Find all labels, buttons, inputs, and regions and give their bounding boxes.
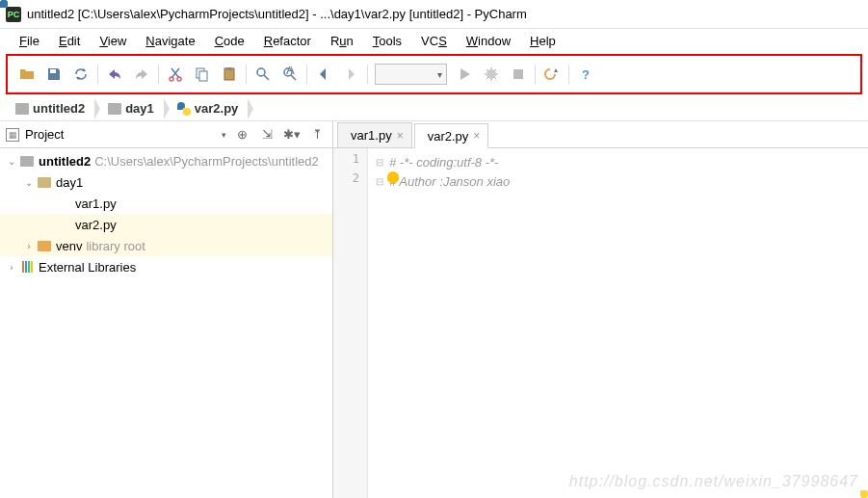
tree-label: day1 bbox=[56, 175, 83, 190]
save-all-icon[interactable] bbox=[40, 61, 67, 88]
editor-tabs: var1.py × var2.py × bbox=[333, 121, 868, 148]
toolbar: A ? bbox=[10, 58, 858, 91]
expand-toggle-icon[interactable]: › bbox=[4, 262, 19, 273]
tree-label: External Libraries bbox=[39, 260, 136, 275]
code-area[interactable]: 1 2 ⊟# -*- coding:utf-8 -*- ⊟# Author :J… bbox=[333, 148, 868, 498]
hide-panel-icon[interactable]: ⤒ bbox=[307, 125, 327, 144]
find-in-path-icon[interactable]: A bbox=[276, 61, 303, 88]
tree-external-libraries[interactable]: › External Libraries bbox=[0, 256, 332, 277]
tree-label: venv bbox=[56, 239, 82, 253]
menu-file[interactable]: File bbox=[10, 32, 49, 50]
tree-file-var2[interactable]: var2.py bbox=[0, 214, 332, 235]
project-sidebar: ▦ Project ▾ ⊕ ⇲ ✱▾ ⤒ ⌄ untitled2 C:\User… bbox=[0, 121, 333, 498]
menu-view[interactable]: View bbox=[90, 32, 136, 50]
expand-toggle-icon[interactable]: › bbox=[21, 241, 37, 251]
paste-icon[interactable] bbox=[216, 61, 243, 88]
python-file-icon bbox=[177, 102, 191, 116]
copy-icon[interactable] bbox=[189, 61, 216, 88]
tree-root[interactable]: ⌄ untitled2 C:\Users\alex\PycharmProject… bbox=[0, 150, 332, 171]
editor-area: var1.py × var2.py × 1 2 ⊟# -*- coding:ut… bbox=[333, 121, 868, 498]
stop-icon[interactable] bbox=[505, 61, 532, 88]
code-content[interactable]: ⊟# -*- coding:utf-8 -*- ⊟# Author :Janso… bbox=[368, 148, 868, 498]
expand-toggle-icon[interactable]: ⌄ bbox=[21, 177, 37, 188]
svg-rect-11 bbox=[513, 69, 523, 79]
breadcrumb: untitled2 day1 var2.py bbox=[0, 96, 868, 121]
run-config-dropdown[interactable] bbox=[375, 64, 447, 85]
svg-rect-6 bbox=[226, 67, 232, 70]
crumb-label: var2.py bbox=[195, 101, 239, 116]
menubar: File Edit View Navigate Code Refactor Ru… bbox=[0, 29, 868, 52]
crumb-label: day1 bbox=[125, 101, 154, 116]
settings-gear-icon[interactable]: ✱▾ bbox=[282, 125, 302, 144]
folder-icon bbox=[20, 156, 34, 167]
folder-icon bbox=[38, 241, 51, 251]
tree-note: library root bbox=[86, 239, 145, 253]
scroll-to-source-icon[interactable]: ⊕ bbox=[232, 125, 251, 144]
titlebar: PC untitled2 [C:\Users\alex\PycharmProje… bbox=[0, 0, 868, 29]
intention-bulb-icon[interactable] bbox=[387, 171, 399, 183]
tree-label: var1.py bbox=[75, 197, 117, 211]
code-text: # -*- coding:utf-8 -*- bbox=[389, 155, 498, 170]
close-icon[interactable]: × bbox=[473, 129, 480, 143]
svg-point-1 bbox=[170, 77, 173, 81]
svg-rect-4 bbox=[199, 71, 207, 81]
menu-refactor[interactable]: Refactor bbox=[254, 32, 321, 50]
project-view-icon[interactable]: ▦ bbox=[6, 128, 19, 142]
redo-icon[interactable] bbox=[128, 61, 155, 88]
menu-navigate[interactable]: Navigate bbox=[136, 32, 204, 50]
sync-icon[interactable] bbox=[67, 61, 94, 88]
close-icon[interactable]: × bbox=[397, 129, 404, 143]
watermark: http://blog.csdn.net/weixin_37998647 bbox=[569, 473, 858, 490]
menu-vcs[interactable]: VCS bbox=[411, 32, 457, 50]
svg-text:A: A bbox=[286, 66, 295, 77]
tab-label: var2.py bbox=[428, 129, 469, 144]
menu-help[interactable]: Help bbox=[520, 32, 566, 50]
cut-icon[interactable] bbox=[162, 61, 189, 88]
svg-point-7 bbox=[257, 68, 265, 76]
project-view-dropdown-icon[interactable]: ▾ bbox=[222, 130, 226, 140]
tree-file-var1[interactable]: var1.py bbox=[0, 193, 332, 214]
tree-folder-day1[interactable]: ⌄ day1 bbox=[0, 171, 332, 193]
open-icon[interactable] bbox=[13, 61, 40, 88]
menu-run[interactable]: Run bbox=[321, 32, 363, 50]
tab-var2[interactable]: var2.py × bbox=[414, 123, 489, 148]
breadcrumb-day1[interactable]: day1 bbox=[102, 98, 164, 119]
project-panel-title[interactable]: Project bbox=[25, 127, 216, 142]
help-icon[interactable]: ? bbox=[572, 61, 599, 88]
fold-icon[interactable]: ⊟ bbox=[376, 157, 389, 168]
find-icon[interactable] bbox=[250, 61, 276, 88]
breadcrumb-var2[interactable]: var2.py bbox=[171, 98, 249, 119]
expand-toggle-icon[interactable]: ⌄ bbox=[4, 156, 19, 167]
svg-rect-0 bbox=[50, 69, 56, 73]
undo-icon[interactable] bbox=[101, 61, 128, 88]
update-project-icon[interactable] bbox=[539, 61, 566, 88]
crumb-label: untitled2 bbox=[33, 101, 85, 116]
breadcrumb-untitled2[interactable]: untitled2 bbox=[10, 98, 94, 119]
back-icon[interactable] bbox=[310, 61, 337, 88]
menu-code[interactable]: Code bbox=[205, 32, 254, 50]
run-icon[interactable] bbox=[451, 61, 478, 88]
tree-folder-venv[interactable]: › venv library root bbox=[0, 235, 332, 256]
main-area: ▦ Project ▾ ⊕ ⇲ ✱▾ ⤒ ⌄ untitled2 C:\User… bbox=[0, 121, 868, 498]
tab-var1[interactable]: var1.py × bbox=[337, 122, 412, 147]
debug-icon[interactable] bbox=[478, 61, 505, 88]
line-number: 1 bbox=[333, 152, 367, 171]
pycharm-icon: PC bbox=[6, 7, 21, 22]
toolbar-highlight-box: A ? bbox=[6, 54, 862, 94]
project-tree: ⌄ untitled2 C:\Users\alex\PycharmProject… bbox=[0, 148, 332, 498]
tree-label: var2.py bbox=[75, 218, 117, 232]
tab-label: var1.py bbox=[351, 128, 392, 143]
menu-edit[interactable]: Edit bbox=[49, 32, 90, 50]
tree-label: untitled2 bbox=[39, 154, 91, 169]
folder-icon bbox=[108, 103, 121, 115]
code-text: # Author :Janson xiao bbox=[389, 174, 510, 189]
menu-tools[interactable]: Tools bbox=[363, 32, 411, 50]
forward-icon[interactable] bbox=[337, 61, 364, 88]
tree-path: C:\Users\alex\PycharmProjects\untitled2 bbox=[94, 154, 319, 169]
svg-point-2 bbox=[177, 77, 181, 81]
folder-icon bbox=[38, 177, 51, 188]
menu-window[interactable]: Window bbox=[457, 32, 520, 50]
svg-text:?: ? bbox=[582, 67, 590, 82]
project-panel-header: ▦ Project ▾ ⊕ ⇲ ✱▾ ⤒ bbox=[0, 121, 332, 148]
collapse-all-icon[interactable]: ⇲ bbox=[257, 125, 276, 144]
